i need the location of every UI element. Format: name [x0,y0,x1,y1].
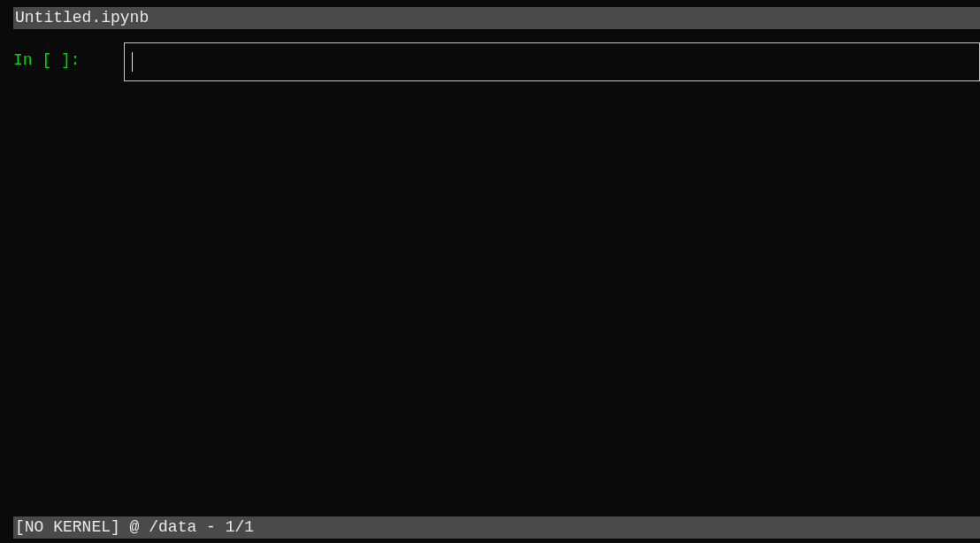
notebook-filename: Untitled.ipynb [15,9,149,27]
notebook-cell: In [ ]: [13,42,980,81]
text-cursor [132,52,133,72]
status-text: [NO KERNEL] @ /data - 1/1 [15,518,254,536]
status-bar: [NO KERNEL] @ /data - 1/1 [13,516,980,539]
title-bar: Untitled.ipynb [13,7,980,29]
cell-prompt: In [ ]: [13,42,124,69]
cell-input-area[interactable] [124,42,980,81]
